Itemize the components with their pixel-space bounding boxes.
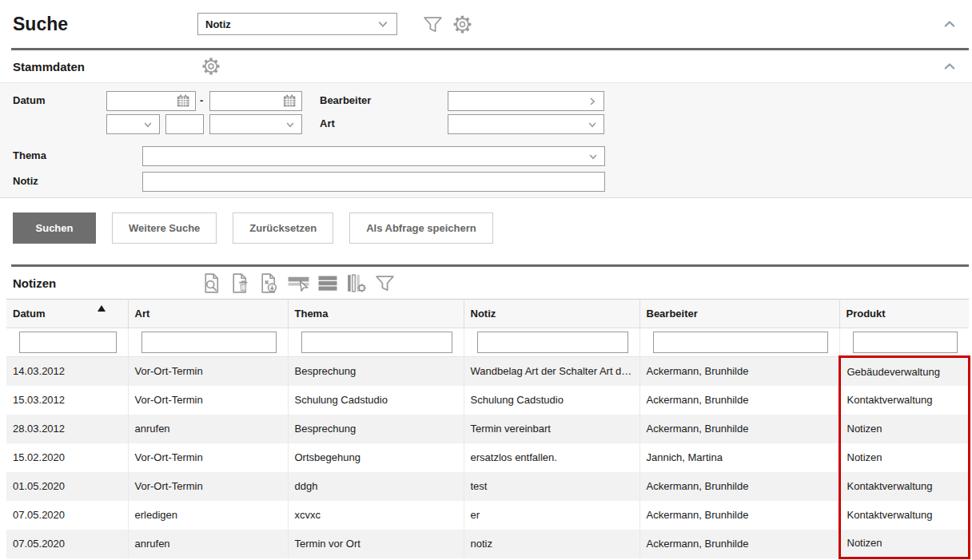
art-select[interactable] [448,114,604,134]
table-cell[interactable]: Termin vereinbart [464,415,639,443]
table-cell[interactable]: Besprechung [288,415,464,443]
table-cell[interactable]: xcvxc [288,501,464,530]
table-cell[interactable]: Ackermann, Brunhilde [639,357,839,386]
table-cell[interactable]: Kontaktverwaltung [839,501,969,530]
filter-icon[interactable] [373,272,396,295]
table-cell[interactable]: 01.05.2020 [6,472,128,501]
datum-to-field[interactable] [209,91,302,111]
document-export-icon[interactable] [257,272,281,295]
notiz-input[interactable] [147,173,600,191]
zuruecksetzen-button[interactable]: Zurücksetzen [233,212,333,244]
bearbeiter-input[interactable] [452,92,585,110]
notiz-field[interactable] [142,172,605,192]
column-header-produkt[interactable]: Produkt [839,300,969,328]
bearbeiter-field[interactable] [448,91,604,111]
table-cell[interactable]: Termin vor Ort [288,530,464,558]
datum-count-input[interactable] [170,115,199,133]
table-row[interactable]: 15.02.2020Vor-Ort-TerminOrtsbegehungersa… [6,443,969,472]
table-cell[interactable]: 14.03.2012 [6,357,128,386]
table-cell[interactable]: Ackermann, Brunhilde [639,415,839,443]
entity-type-dropdown[interactable]: Notiz [197,13,397,35]
table-cell[interactable]: er [464,501,639,530]
chevron-down-icon [586,149,600,164]
table-cell[interactable]: 07.05.2020 [6,501,128,530]
table-cell[interactable]: ddgh [288,472,464,501]
table-cell[interactable]: test [464,472,639,501]
table-cell[interactable]: Besprechung [288,357,464,386]
table-select-icon[interactable] [286,272,311,295]
table-row[interactable]: 07.05.2020erledigenxcvxcerAckermann, Bru… [6,501,969,530]
column-header-notiz[interactable]: Notiz [464,300,639,328]
table-cell[interactable]: Schulung Cadstudio [288,386,464,415]
table-row[interactable]: 28.03.2012anrufenBesprechungTermin verei… [6,415,969,443]
thema-label: Thema [13,149,46,161]
chevron-down-icon [374,15,392,33]
table-cell[interactable]: erledigen [128,501,288,530]
thema-select[interactable] [142,146,605,166]
table-cell[interactable]: Notizen [839,443,969,472]
table-cell[interactable]: Vor-Ort-Termin [128,386,288,415]
collapse-search-chevron-up-icon[interactable] [940,14,959,34]
table-cell[interactable]: anrufen [128,530,288,558]
table-cell[interactable]: Vor-Ort-Termin [128,443,288,472]
collapse-stammdaten-chevron-up-icon[interactable] [940,57,959,76]
table-cell[interactable]: 28.03.2012 [6,415,128,443]
table-cell[interactable]: Schulung Cadstudio [464,386,639,415]
column-settings-icon[interactable] [345,272,368,295]
table-cell[interactable]: Jannich, Martina [639,443,839,472]
weitere-suche-button[interactable]: Weitere Suche [112,212,217,244]
column-header-thema[interactable]: Thema [288,300,464,328]
table-cell[interactable]: Ackermann, Brunhilde [639,472,839,501]
table-cell[interactable]: Notizen [839,415,969,443]
table-cell[interactable]: notiz [464,530,639,558]
table-cell[interactable]: Ackermann, Brunhilde [639,386,839,415]
table-row[interactable]: 07.05.2020anrufenTermin vor OrtnotizAcke… [6,530,969,558]
table-cell[interactable]: Notizen [839,530,969,558]
table-row[interactable]: 14.03.2012Vor-Ort-TerminBesprechungWandb… [6,357,969,386]
datum-unit-select[interactable] [106,114,160,134]
table-cell[interactable]: Vor-Ort-Termin [128,357,288,386]
datum-to-input[interactable] [214,92,282,110]
table-cell[interactable]: Ackermann, Brunhilde [639,530,839,558]
calendar-icon[interactable] [282,93,297,109]
datum-count-field[interactable] [165,114,204,134]
table-cell[interactable]: anrufen [128,415,288,443]
table-cell[interactable]: Wandbelag Art der Schalter Art der St... [464,357,639,386]
table-cell[interactable]: 15.02.2020 [6,443,128,472]
document-delete-icon[interactable] [229,272,252,295]
table-cell[interactable]: Vor-Ort-Termin [128,472,288,501]
table-cell[interactable]: 07.05.2020 [6,530,128,558]
column-filter-input-produkt[interactable] [853,332,958,353]
table-row[interactable]: 01.05.2020Vor-Ort-TerminddghtestAckerman… [6,472,969,501]
notiz-label: Notiz [13,175,38,187]
gear-icon[interactable] [451,13,474,36]
als-abfrage-speichern-button[interactable]: Als Abfrage speichern [349,212,493,244]
column-header-bearbeiter[interactable]: Bearbeiter [639,300,839,328]
column-filter-input-bearbeiter[interactable] [653,332,828,353]
column-header-datum[interactable]: Datum [6,300,128,328]
datum-from-input[interactable] [111,92,176,110]
rows-icon[interactable] [317,272,339,295]
table-cell[interactable]: Ortsbegehung [288,443,464,472]
column-filter-input-thema[interactable] [301,332,452,353]
column-filter-input-notiz[interactable] [477,332,628,353]
table-cell[interactable]: Kontaktverwaltung [839,386,969,415]
column-header-art[interactable]: Art [128,300,288,328]
filter-icon[interactable] [421,13,444,36]
table-cell[interactable]: 15.03.2012 [6,386,128,415]
table-cell[interactable]: Kontaktverwaltung [839,472,969,501]
table-cell[interactable]: Gebäudeverwaltung [839,357,969,386]
document-preview-icon[interactable] [200,272,223,295]
table-cell[interactable]: Ackermann, Brunhilde [639,501,839,530]
calendar-icon[interactable] [176,93,191,109]
column-header-label: Thema [295,308,329,320]
table-row[interactable]: 15.03.2012Vor-Ort-TerminSchulung Cadstud… [6,386,969,415]
table-cell[interactable]: ersatzlos entfallen. [464,443,639,472]
column-filter-input-art[interactable] [141,332,277,353]
column-filter-input-datum[interactable] [19,332,117,353]
datum-period-select[interactable] [209,114,302,134]
chevron-right-icon[interactable] [585,94,600,109]
datum-from-field[interactable] [106,91,196,111]
gear-icon[interactable] [200,55,222,77]
suchen-button[interactable]: Suchen [13,212,96,244]
